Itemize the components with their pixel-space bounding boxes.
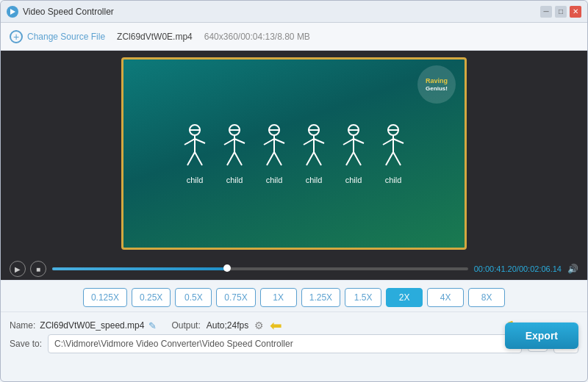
svg-line-7 bbox=[195, 152, 202, 165]
arrow-left-icon: ⬅ bbox=[270, 317, 282, 334]
svg-line-6 bbox=[187, 152, 195, 165]
progress-area: ▶ ■ 00:00:41.20/00:02:06.14 🔊 bbox=[1, 256, 587, 280]
stick-figure: child bbox=[337, 123, 370, 184]
progress-fill bbox=[52, 267, 227, 270]
save-row: Save to: ... 📁 bbox=[10, 334, 578, 353]
svg-line-27 bbox=[306, 152, 314, 165]
change-source-label: Change Source File bbox=[27, 32, 105, 42]
export-button[interactable]: Export bbox=[505, 322, 578, 349]
speed-button-075X[interactable]: 0.75X bbox=[216, 288, 255, 307]
speed-button-0125X[interactable]: 0.125X bbox=[83, 288, 127, 307]
speed-button-125X[interactable]: 1.25X bbox=[301, 288, 340, 307]
stop-button[interactable]: ■ bbox=[30, 261, 46, 277]
stick-figure: child bbox=[218, 123, 251, 184]
bottom-wrapper: Name: ZCl69dVtW0E_speed.mp4 ✎ Output: Au… bbox=[1, 311, 587, 358]
name-output-row: Name: ZCl69dVtW0E_speed.mp4 ✎ Output: Au… bbox=[10, 317, 578, 334]
svg-marker-0 bbox=[10, 9, 15, 15]
maximize-button[interactable]: □ bbox=[555, 6, 567, 18]
app-title: Video Speed Controller bbox=[23, 7, 114, 17]
svg-line-19 bbox=[274, 139, 284, 143]
progress-track[interactable] bbox=[52, 267, 468, 270]
name-value: ZCl69dVtW0E_speed.mp4 bbox=[40, 320, 144, 331]
svg-line-21 bbox=[274, 152, 282, 165]
gear-icon[interactable]: ⚙ bbox=[254, 320, 264, 331]
volume-icon[interactable]: 🔊 bbox=[567, 264, 578, 274]
current-time: 00:00:41.20 bbox=[474, 264, 517, 273]
svg-line-28 bbox=[314, 152, 321, 165]
save-path-input[interactable] bbox=[48, 334, 522, 353]
time-display: 00:00:41.20/00:02:06.14 bbox=[474, 264, 562, 273]
watermark: Raving Genius! bbox=[417, 65, 456, 104]
minimize-button[interactable]: ─ bbox=[540, 6, 552, 18]
output-value: Auto;24fps bbox=[207, 320, 248, 331]
stick-figure: child bbox=[258, 123, 290, 184]
speed-button-4X[interactable]: 4X bbox=[427, 288, 464, 307]
speed-row: 0.125X0.25X0.5X0.75X1X1.25X1.5X2X4X8X bbox=[1, 280, 587, 311]
svg-line-41 bbox=[386, 152, 393, 165]
window-controls: ─ □ ✕ bbox=[540, 6, 581, 18]
video-frame: Raving Genius! child bbox=[121, 57, 467, 250]
stick-figure: child bbox=[377, 123, 409, 184]
svg-line-14 bbox=[234, 152, 242, 165]
svg-line-12 bbox=[234, 139, 245, 143]
svg-line-13 bbox=[227, 152, 234, 165]
output-label: Output: bbox=[171, 320, 200, 331]
progress-bar-row: ▶ ■ 00:00:41.20/00:02:06.14 🔊 bbox=[10, 261, 578, 277]
svg-line-25 bbox=[304, 139, 314, 145]
watermark-top: Raving bbox=[426, 77, 448, 85]
title-bar: Video Speed Controller ─ □ ✕ bbox=[1, 1, 587, 23]
speed-button-1X[interactable]: 1X bbox=[260, 288, 297, 307]
name-field: Name: ZCl69dVtW0E_speed.mp4 ✎ bbox=[10, 320, 157, 331]
stick-figure: child bbox=[298, 123, 330, 184]
svg-line-34 bbox=[346, 152, 354, 165]
output-section: Output: Auto;24fps ⚙ ⬅ bbox=[171, 317, 282, 334]
speed-button-025X[interactable]: 0.25X bbox=[132, 288, 171, 307]
svg-line-39 bbox=[383, 139, 393, 145]
speed-button-8X[interactable]: 8X bbox=[468, 288, 505, 307]
source-bar: + Change Source File ZCl69dVtW0E.mp4 640… bbox=[1, 23, 587, 51]
svg-line-35 bbox=[354, 152, 361, 165]
stick-figure: child bbox=[179, 123, 211, 184]
change-source-button[interactable]: + Change Source File bbox=[10, 30, 105, 43]
svg-line-40 bbox=[393, 139, 404, 143]
progress-thumb bbox=[223, 264, 231, 272]
play-button[interactable]: ▶ bbox=[10, 261, 26, 277]
svg-line-20 bbox=[267, 152, 274, 165]
name-label: Name: bbox=[10, 320, 35, 331]
file-name: ZCl69dVtW0E.mp4 bbox=[117, 32, 193, 42]
title-left: Video Speed Controller bbox=[7, 6, 114, 18]
edit-icon[interactable]: ✎ bbox=[148, 320, 157, 331]
video-container: Raving Genius! child bbox=[1, 51, 587, 256]
speed-button-05X[interactable]: 0.5X bbox=[175, 288, 212, 307]
speed-button-2X[interactable]: 2X bbox=[386, 288, 423, 307]
stick-figures: child child bbox=[123, 123, 465, 184]
svg-line-4 bbox=[184, 139, 195, 145]
svg-line-26 bbox=[314, 139, 324, 143]
svg-line-18 bbox=[264, 139, 274, 145]
save-label: Save to: bbox=[10, 339, 42, 349]
total-time: 00:02:06.14 bbox=[519, 264, 562, 273]
svg-line-42 bbox=[393, 152, 401, 165]
plus-icon: + bbox=[10, 30, 23, 43]
app-icon bbox=[7, 6, 18, 18]
close-button[interactable]: ✕ bbox=[570, 6, 581, 18]
speed-button-15X[interactable]: 1.5X bbox=[345, 288, 381, 307]
svg-line-5 bbox=[195, 139, 205, 143]
svg-line-11 bbox=[224, 139, 234, 145]
svg-line-32 bbox=[343, 139, 354, 145]
watermark-bottom: Genius! bbox=[426, 85, 448, 93]
play-controls: ▶ ■ bbox=[10, 261, 46, 277]
file-info: 640x360/00:04:13/8.80 MB bbox=[204, 32, 310, 42]
svg-line-33 bbox=[354, 139, 364, 143]
